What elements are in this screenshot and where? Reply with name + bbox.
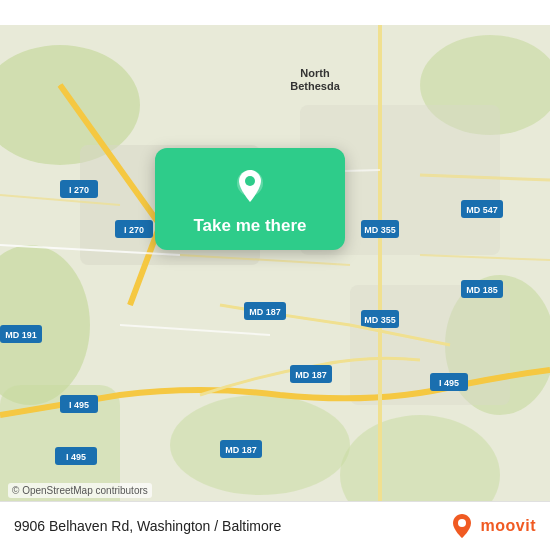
- svg-text:I 270: I 270: [69, 185, 89, 195]
- svg-text:I 495: I 495: [69, 400, 89, 410]
- map-background: I 270 I 270 I 495 I 495 MD 355 MD 355 MD…: [0, 0, 550, 550]
- location-pin-icon: [228, 164, 272, 208]
- svg-text:Bethesda: Bethesda: [290, 80, 340, 92]
- svg-text:MD 187: MD 187: [225, 445, 257, 455]
- svg-text:MD 185: MD 185: [466, 285, 498, 295]
- moovit-brand-name: moovit: [481, 517, 536, 535]
- svg-text:I 270: I 270: [124, 225, 144, 235]
- osm-credit: © OpenStreetMap contributors: [8, 483, 152, 498]
- svg-point-48: [245, 176, 255, 186]
- take-me-there-button[interactable]: Take me there: [155, 148, 345, 250]
- moovit-pin-icon: [448, 512, 476, 540]
- svg-text:MD 187: MD 187: [295, 370, 327, 380]
- svg-text:I 495: I 495: [439, 378, 459, 388]
- svg-text:MD 355: MD 355: [364, 225, 396, 235]
- svg-text:MD 191: MD 191: [5, 330, 37, 340]
- svg-text:MD 355: MD 355: [364, 315, 396, 325]
- take-me-there-label: Take me there: [193, 216, 306, 236]
- svg-text:MD 547: MD 547: [466, 205, 498, 215]
- moovit-logo: moovit: [448, 512, 536, 540]
- bottom-bar: 9906 Belhaven Rd, Washington / Baltimore…: [0, 501, 550, 550]
- svg-text:North: North: [300, 67, 330, 79]
- svg-text:I 495: I 495: [66, 452, 86, 462]
- address-text: 9906 Belhaven Rd, Washington / Baltimore: [14, 518, 281, 534]
- map-container: I 270 I 270 I 495 I 495 MD 355 MD 355 MD…: [0, 0, 550, 550]
- svg-point-49: [458, 519, 466, 527]
- svg-text:MD 187: MD 187: [249, 307, 281, 317]
